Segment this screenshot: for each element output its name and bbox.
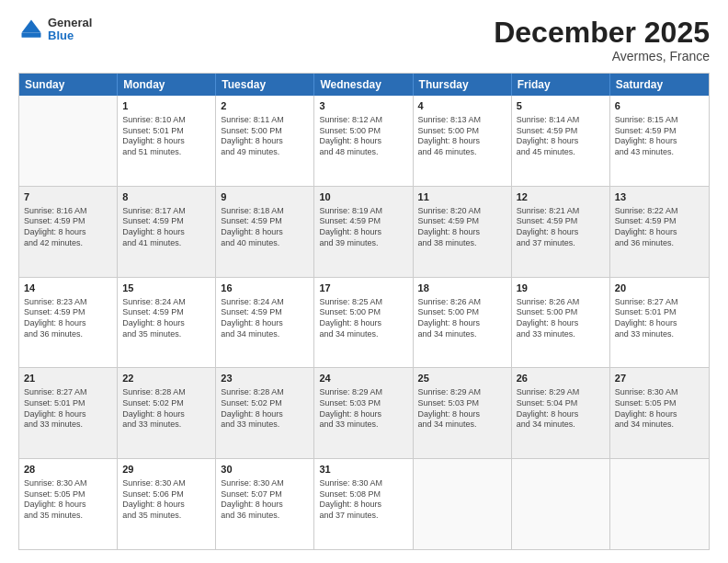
- cell-info-line: Sunset: 4:59 PM: [122, 307, 210, 318]
- cell-info-line: and 35 minutes.: [122, 329, 210, 340]
- cell-info-line: Daylight: 8 hours: [24, 409, 112, 420]
- calendar-cell-2-2: 16Sunrise: 8:24 AMSunset: 4:59 PMDayligh…: [216, 278, 314, 368]
- cell-info-line: and 40 minutes.: [221, 238, 309, 249]
- day-number: 16: [221, 282, 309, 295]
- cell-info-line: and 34 minutes.: [517, 419, 605, 431]
- calendar-cell-4-2: 30Sunrise: 8:30 AMSunset: 5:07 PMDayligh…: [216, 459, 314, 549]
- cell-info-line: and 33 minutes.: [221, 419, 309, 431]
- calendar-row-4: 28Sunrise: 8:30 AMSunset: 5:05 PMDayligh…: [19, 459, 709, 549]
- cell-info-line: Daylight: 8 hours: [221, 500, 309, 511]
- calendar-cell-4-3: 31Sunrise: 8:30 AMSunset: 5:08 PMDayligh…: [314, 459, 413, 549]
- cell-info-line: Daylight: 8 hours: [517, 409, 605, 420]
- cell-info-line: Daylight: 8 hours: [24, 500, 112, 511]
- cell-info-line: Daylight: 8 hours: [615, 318, 704, 329]
- cell-info-line: Sunset: 5:01 PM: [122, 126, 210, 137]
- cell-info-line: and 34 minutes.: [615, 419, 704, 431]
- cell-info-line: Sunset: 5:04 PM: [517, 398, 605, 409]
- day-number: 24: [319, 372, 407, 385]
- day-number: 29: [122, 463, 210, 477]
- cell-info-line: Sunset: 5:02 PM: [221, 398, 309, 409]
- calendar-row-1: 7Sunrise: 8:16 AMSunset: 4:59 PMDaylight…: [19, 187, 709, 278]
- calendar-cell-2-1: 15Sunrise: 8:24 AMSunset: 4:59 PMDayligh…: [118, 278, 216, 368]
- cell-info-line: Sunset: 5:00 PM: [517, 307, 605, 318]
- cell-info-line: and 33 minutes.: [615, 329, 704, 340]
- cell-info-line: Daylight: 8 hours: [122, 500, 210, 511]
- calendar-cell-4-0: 28Sunrise: 8:30 AMSunset: 5:05 PMDayligh…: [19, 459, 118, 549]
- cell-info-line: and 34 minutes.: [221, 329, 309, 340]
- calendar-cell-0-6: 6Sunrise: 8:15 AMSunset: 4:59 PMDaylight…: [610, 96, 709, 186]
- cell-info-line: Sunrise: 8:29 AM: [517, 387, 605, 398]
- cell-info-line: Sunrise: 8:30 AM: [319, 478, 407, 489]
- calendar-header-friday: Friday: [512, 74, 610, 96]
- calendar-cell-3-6: 27Sunrise: 8:30 AMSunset: 5:05 PMDayligh…: [610, 368, 709, 458]
- cell-info-line: Sunset: 5:00 PM: [418, 307, 506, 318]
- calendar-cell-0-1: 1Sunrise: 8:10 AMSunset: 5:01 PMDaylight…: [118, 96, 216, 186]
- cell-info-line: Sunset: 5:05 PM: [24, 489, 112, 500]
- calendar-cell-1-2: 9Sunrise: 8:18 AMSunset: 4:59 PMDaylight…: [216, 187, 314, 277]
- svg-marker-0: [22, 20, 41, 33]
- calendar-row-2: 14Sunrise: 8:23 AMSunset: 4:59 PMDayligh…: [19, 278, 709, 369]
- calendar-cell-4-1: 29Sunrise: 8:30 AMSunset: 5:06 PMDayligh…: [118, 459, 216, 549]
- cell-info-line: Sunrise: 8:24 AM: [221, 297, 309, 308]
- cell-info-line: Sunrise: 8:29 AM: [418, 387, 506, 398]
- svg-rect-1: [22, 33, 41, 38]
- cell-info-line: Sunset: 4:59 PM: [615, 216, 704, 227]
- cell-info-line: Daylight: 8 hours: [122, 227, 210, 238]
- cell-info-line: Sunset: 5:06 PM: [122, 489, 210, 500]
- calendar-header-thursday: Thursday: [414, 74, 512, 96]
- calendar-cell-0-2: 2Sunrise: 8:11 AMSunset: 5:00 PMDaylight…: [216, 96, 314, 186]
- day-number: 2: [221, 99, 309, 113]
- cell-info-line: Sunrise: 8:28 AM: [122, 387, 210, 398]
- calendar-cell-3-1: 22Sunrise: 8:28 AMSunset: 5:02 PMDayligh…: [118, 368, 216, 458]
- calendar-cell-3-5: 26Sunrise: 8:29 AMSunset: 5:04 PMDayligh…: [512, 368, 610, 458]
- cell-info-line: Daylight: 8 hours: [24, 227, 112, 238]
- cell-info-line: Sunrise: 8:15 AM: [615, 115, 704, 126]
- cell-info-line: Sunrise: 8:21 AM: [517, 206, 605, 217]
- cell-info-line: Sunset: 4:59 PM: [122, 216, 210, 227]
- day-number: 17: [319, 282, 407, 295]
- calendar: SundayMondayTuesdayWednesdayThursdayFrid…: [18, 73, 710, 550]
- calendar-header-wednesday: Wednesday: [314, 74, 413, 96]
- cell-info-line: Daylight: 8 hours: [319, 409, 407, 420]
- day-number: 12: [517, 190, 605, 204]
- calendar-cell-1-3: 10Sunrise: 8:19 AMSunset: 4:59 PMDayligh…: [314, 187, 413, 277]
- cell-info-line: Sunrise: 8:27 AM: [615, 297, 704, 308]
- cell-info-line: Daylight: 8 hours: [221, 409, 309, 420]
- cell-info-line: and 35 minutes.: [122, 511, 210, 522]
- calendar-header-tuesday: Tuesday: [216, 74, 314, 96]
- cell-info-line: Sunrise: 8:10 AM: [122, 115, 210, 126]
- calendar-cell-4-4: [414, 459, 512, 549]
- calendar-cell-2-4: 18Sunrise: 8:26 AMSunset: 5:00 PMDayligh…: [414, 278, 512, 368]
- cell-info-line: Sunset: 4:59 PM: [418, 216, 506, 227]
- cell-info-line: and 43 minutes.: [615, 147, 704, 158]
- day-number: 8: [122, 190, 210, 204]
- calendar-cell-2-5: 19Sunrise: 8:26 AMSunset: 5:00 PMDayligh…: [512, 278, 610, 368]
- cell-info-line: and 34 minutes.: [418, 419, 506, 431]
- cell-info-line: Sunset: 5:08 PM: [319, 489, 407, 500]
- day-number: 3: [319, 99, 407, 113]
- cell-info-line: and 41 minutes.: [122, 238, 210, 249]
- day-number: 23: [221, 372, 309, 385]
- cell-info-line: and 39 minutes.: [319, 238, 407, 249]
- calendar-header-saturday: Saturday: [610, 74, 709, 96]
- day-number: 30: [221, 463, 309, 477]
- cell-info-line: Sunrise: 8:24 AM: [122, 297, 210, 308]
- calendar-cell-3-4: 25Sunrise: 8:29 AMSunset: 5:03 PMDayligh…: [414, 368, 512, 458]
- cell-info-line: Sunrise: 8:29 AM: [319, 387, 407, 398]
- cell-info-line: Sunrise: 8:26 AM: [418, 297, 506, 308]
- cell-info-line: and 46 minutes.: [418, 147, 506, 158]
- cell-info-line: and 51 minutes.: [122, 147, 210, 158]
- day-number: 26: [517, 372, 605, 385]
- cell-info-line: Sunset: 5:03 PM: [418, 398, 506, 409]
- day-number: 21: [24, 372, 112, 385]
- logo: General Blue: [18, 17, 92, 43]
- cell-info-line: and 34 minutes.: [418, 329, 506, 340]
- cell-info-line: Sunrise: 8:30 AM: [122, 478, 210, 489]
- day-number: 11: [418, 190, 506, 204]
- day-number: 4: [418, 99, 506, 113]
- calendar-cell-3-0: 21Sunrise: 8:27 AMSunset: 5:01 PMDayligh…: [19, 368, 118, 458]
- cell-info-line: and 36 minutes.: [24, 329, 112, 340]
- calendar-cell-0-5: 5Sunrise: 8:14 AMSunset: 4:59 PMDaylight…: [512, 96, 610, 186]
- calendar-cell-2-6: 20Sunrise: 8:27 AMSunset: 5:01 PMDayligh…: [610, 278, 709, 368]
- cell-info-line: Daylight: 8 hours: [24, 318, 112, 329]
